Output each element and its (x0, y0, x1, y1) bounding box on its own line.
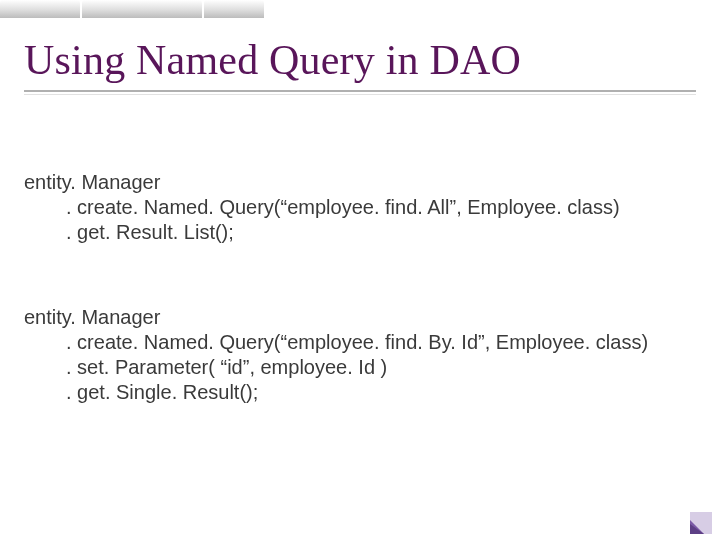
code-line: entity. Manager (24, 170, 696, 195)
content-area: entity. Manager . create. Named. Query(“… (24, 170, 696, 405)
code-line: entity. Manager (24, 305, 696, 330)
tab-segment (204, 0, 264, 18)
title-underline (24, 90, 696, 92)
code-line: . set. Parameter( “id”, employee. Id ) (24, 355, 696, 380)
svg-marker-1 (690, 520, 704, 534)
page-title: Using Named Query in DAO (24, 36, 696, 84)
corner-decoration-icon (684, 506, 714, 536)
code-line: . create. Named. Query(“employee. find. … (24, 195, 696, 220)
top-tab-strip (0, 0, 720, 18)
code-block-2: entity. Manager . create. Named. Query(“… (24, 305, 696, 405)
code-block-1: entity. Manager . create. Named. Query(“… (24, 170, 696, 245)
code-line: . get. Result. List(); (24, 220, 696, 245)
slide-body: Using Named Query in DAO entity. Manager… (0, 18, 720, 540)
tab-segment (82, 0, 202, 18)
svg-rect-0 (690, 512, 712, 534)
code-line: . create. Named. Query(“employee. find. … (24, 330, 696, 355)
code-line: . get. Single. Result(); (24, 380, 696, 405)
svg-marker-2 (690, 524, 704, 534)
tab-segment (0, 0, 80, 18)
